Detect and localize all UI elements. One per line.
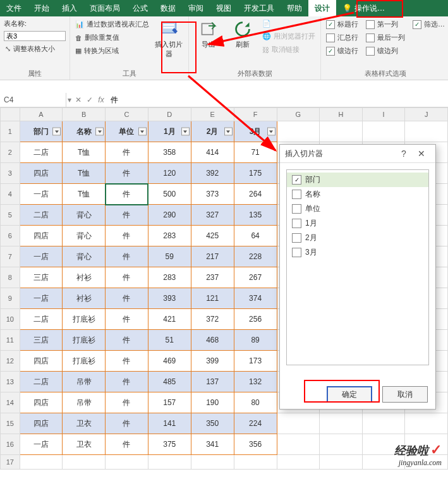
ok-button[interactable]: 确定: [327, 386, 372, 403]
cell[interactable]: [277, 455, 320, 470]
cell[interactable]: 背心: [63, 246, 106, 267]
row-header[interactable]: 3: [1, 163, 20, 184]
column-header[interactable]: C: [106, 108, 148, 121]
total-row-check[interactable]: 汇总行: [325, 32, 360, 43]
row-header[interactable]: 17: [1, 455, 20, 470]
cell[interactable]: 399: [191, 351, 234, 372]
column-header[interactable]: B: [63, 108, 106, 121]
refresh-button[interactable]: 刷新: [227, 19, 258, 51]
column-header[interactable]: F: [234, 108, 277, 121]
cell[interactable]: T恤: [63, 142, 106, 163]
row-header[interactable]: 6: [1, 226, 20, 246]
cell[interactable]: 三店: [20, 330, 63, 351]
cell[interactable]: 二店: [20, 142, 63, 163]
cell[interactable]: 一店: [20, 184, 63, 205]
cell[interactable]: 单位: [106, 121, 148, 142]
cell[interactable]: [320, 121, 363, 142]
slicer-field-option[interactable]: 单位: [287, 202, 428, 216]
cell[interactable]: 吊带: [63, 372, 106, 392]
cell[interactable]: 283: [148, 267, 191, 288]
cell[interactable]: 一店: [20, 246, 63, 267]
cell[interactable]: 件: [106, 351, 148, 372]
cell[interactable]: 485: [148, 372, 191, 392]
cell[interactable]: 500: [148, 184, 191, 205]
slicer-field-option[interactable]: 名称: [287, 187, 428, 202]
cell[interactable]: [320, 413, 363, 434]
cell[interactable]: 290: [148, 205, 191, 226]
cell[interactable]: 373: [191, 184, 234, 205]
filter-dropdown-icon[interactable]: [267, 128, 275, 136]
filter-dropdown-icon[interactable]: [224, 128, 233, 136]
fx-icon[interactable]: fx: [95, 95, 107, 104]
row-header[interactable]: 5: [1, 205, 20, 226]
cell[interactable]: 四店: [20, 392, 63, 413]
slicer-field-option[interactable]: 2月: [287, 231, 428, 245]
cell[interactable]: 四店: [20, 226, 63, 246]
cell[interactable]: [362, 413, 405, 434]
cell[interactable]: 一店: [20, 288, 63, 309]
cell[interactable]: 一店: [20, 434, 63, 455]
cell[interactable]: [106, 455, 148, 470]
namebox-dropdown-icon[interactable]: ▾: [66, 95, 73, 104]
cell[interactable]: [148, 455, 191, 470]
cell[interactable]: 件: [106, 226, 148, 246]
cell[interactable]: [277, 121, 320, 142]
cell[interactable]: 部门: [20, 121, 63, 142]
cell[interactable]: 425: [191, 226, 234, 246]
row-header[interactable]: 4: [1, 184, 20, 205]
column-header[interactable]: A: [20, 108, 63, 121]
cell[interactable]: [234, 455, 277, 470]
cell[interactable]: [405, 121, 448, 142]
cell[interactable]: 356: [234, 434, 277, 455]
cell[interactable]: 2月: [191, 121, 234, 142]
cell[interactable]: 237: [191, 267, 234, 288]
cell[interactable]: 135: [234, 205, 277, 226]
select-all-corner[interactable]: [1, 108, 20, 121]
cell[interactable]: 358: [148, 142, 191, 163]
cell[interactable]: 228: [234, 246, 277, 267]
cell[interactable]: 件: [106, 142, 148, 163]
cell[interactable]: 衬衫: [63, 288, 106, 309]
row-header[interactable]: 11: [1, 330, 20, 351]
cell[interactable]: [320, 434, 363, 455]
cell[interactable]: 392: [191, 163, 234, 184]
cell[interactable]: 175: [234, 163, 277, 184]
tab-file[interactable]: 文件: [0, 0, 28, 16]
cell[interactable]: 名称: [63, 121, 106, 142]
cell[interactable]: 264: [234, 184, 277, 205]
cell[interactable]: 二店: [20, 309, 63, 330]
cell[interactable]: 89: [234, 330, 277, 351]
cell[interactable]: 372: [191, 309, 234, 330]
tab-view[interactable]: 视图: [210, 0, 238, 16]
tab-dev[interactable]: 开发工具: [238, 0, 281, 16]
cell[interactable]: 71: [234, 142, 277, 163]
cell[interactable]: [320, 455, 363, 470]
row-header[interactable]: 15: [1, 413, 20, 434]
tab-insert[interactable]: 插入: [56, 0, 83, 16]
cell[interactable]: 137: [191, 372, 234, 392]
slicer-field-list[interactable]: ✓部门名称单位1月2月3月: [286, 169, 429, 365]
cell[interactable]: 件: [106, 413, 148, 434]
cell[interactable]: 件: [106, 163, 148, 184]
column-header[interactable]: I: [362, 108, 405, 121]
cell[interactable]: 件: [106, 246, 148, 267]
cell[interactable]: 375: [148, 434, 191, 455]
cell[interactable]: 吊带: [63, 392, 106, 413]
row-header[interactable]: 14: [1, 392, 20, 413]
cell[interactable]: 卫衣: [63, 413, 106, 434]
slicer-field-option[interactable]: 3月: [287, 245, 428, 260]
cell[interactable]: 背心: [63, 205, 106, 226]
cell[interactable]: 3月: [234, 121, 277, 142]
cell[interactable]: [277, 434, 320, 455]
row-header[interactable]: 9: [1, 288, 20, 309]
cell[interactable]: 350: [191, 413, 234, 434]
cell[interactable]: 80: [234, 392, 277, 413]
cell[interactable]: 打底衫: [63, 330, 106, 351]
cell[interactable]: [277, 413, 320, 434]
cell[interactable]: 173: [234, 351, 277, 372]
cell[interactable]: 二店: [20, 205, 63, 226]
tab-formula[interactable]: 公式: [126, 0, 154, 16]
cell[interactable]: [362, 121, 405, 142]
cell[interactable]: 二店: [20, 372, 63, 392]
cancel-button[interactable]: 取消: [382, 386, 428, 403]
